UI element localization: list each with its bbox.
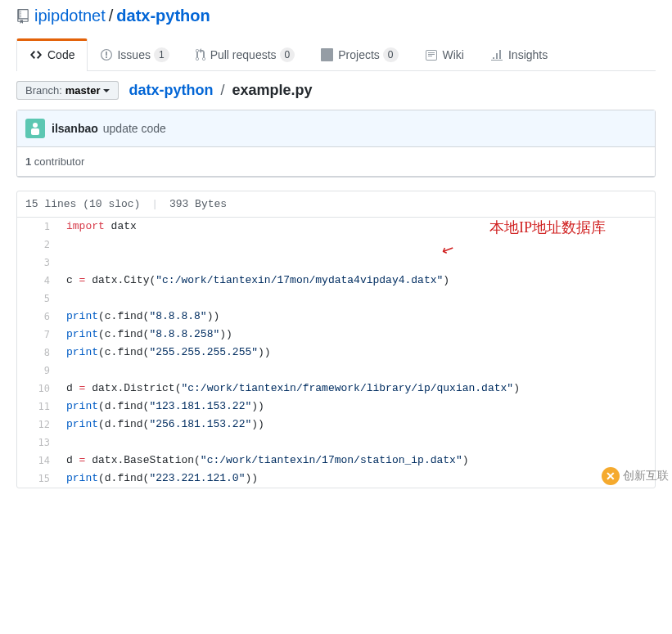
code-table: 1import datx 2 3 4c = datx.City("c:/work… bbox=[17, 218, 655, 488]
tab-projects-label: Projects bbox=[338, 48, 380, 61]
branch-label: Branch: bbox=[25, 84, 62, 97]
tab-pull-requests[interactable]: Pull requests 0 bbox=[183, 38, 309, 70]
repo-owner-link[interactable]: ipipdotnet bbox=[34, 7, 106, 25]
tab-code-label: Code bbox=[47, 48, 74, 61]
code-line bbox=[58, 236, 655, 254]
code-line: print(d.find("256.181.153.22")) bbox=[58, 416, 655, 434]
watermark: ✕ 创新互联 bbox=[602, 467, 669, 485]
issues-icon bbox=[101, 48, 112, 61]
tab-projects[interactable]: Projects 0 bbox=[308, 38, 411, 70]
commit-bar: ilsanbao update code bbox=[17, 110, 655, 147]
annotation-label: 本地IP地址数据库 bbox=[489, 218, 606, 237]
tab-wiki[interactable]: Wiki bbox=[412, 38, 477, 70]
commit-author[interactable]: ilsanbao bbox=[52, 122, 98, 135]
code-line: print(c.find("255.255.255.255")) bbox=[58, 344, 655, 362]
projects-icon bbox=[321, 48, 333, 61]
breadcrumb-root[interactable]: datx-python bbox=[129, 82, 213, 98]
tab-insights[interactable]: Insights bbox=[477, 38, 561, 70]
breadcrumb-file: example.py bbox=[232, 82, 313, 98]
code-line: print(d.find("223.221.121.0")) bbox=[58, 470, 655, 488]
branch-selector[interactable]: Branch: master bbox=[16, 81, 119, 100]
line-number[interactable]: 4 bbox=[17, 272, 58, 290]
code-line: d = datx.BaseStation("c:/work/tiantexin/… bbox=[58, 452, 655, 470]
code-line: print(c.find("8.8.8.258")) bbox=[58, 326, 655, 344]
tab-issues-label: Issues bbox=[117, 48, 150, 61]
line-number[interactable]: 8 bbox=[17, 344, 58, 362]
tab-code[interactable]: Code bbox=[16, 38, 88, 71]
code-line: c = datx.City("c:/work/tiantexin/17mon/m… bbox=[58, 272, 655, 290]
repo-name-link[interactable]: datx-python bbox=[116, 7, 210, 25]
watermark-text: 创新互联 bbox=[623, 469, 669, 483]
caret-down-icon bbox=[103, 89, 110, 96]
line-number[interactable]: 2 bbox=[17, 236, 58, 254]
repo-icon bbox=[16, 9, 29, 24]
line-number[interactable]: 5 bbox=[17, 290, 58, 308]
code-line bbox=[58, 434, 655, 452]
code-line: print(d.find("123.181.153.22")) bbox=[58, 398, 655, 416]
tab-wiki-label: Wiki bbox=[443, 48, 464, 61]
tabnav: Code Issues 1 Pull requests 0 Projects 0… bbox=[16, 38, 656, 71]
line-number[interactable]: 9 bbox=[17, 362, 58, 380]
meta-bytes: 393 Bytes bbox=[169, 198, 227, 210]
breadcrumb: datx-python / example.py bbox=[129, 82, 312, 99]
line-number[interactable]: 3 bbox=[17, 254, 58, 272]
line-number[interactable]: 11 bbox=[17, 398, 58, 416]
tab-insights-label: Insights bbox=[508, 48, 548, 61]
line-number[interactable]: 1 bbox=[17, 218, 58, 236]
code-line: d = datx.District("c:/work/tiantexin/fra… bbox=[58, 380, 655, 398]
line-number[interactable]: 12 bbox=[17, 416, 58, 434]
code-line bbox=[58, 362, 655, 380]
code-icon bbox=[29, 48, 43, 61]
code-line bbox=[58, 254, 655, 272]
meta-lines: 15 lines (10 sloc) bbox=[25, 198, 140, 210]
code-line bbox=[58, 290, 655, 308]
watermark-icon: ✕ bbox=[602, 467, 620, 485]
file-meta: 15 lines (10 sloc) | 393 Bytes bbox=[17, 191, 655, 218]
line-number[interactable]: 10 bbox=[17, 380, 58, 398]
repo-title: ipipdotnet / datx-python bbox=[16, 7, 656, 25]
line-number[interactable]: 13 bbox=[17, 434, 58, 452]
line-number[interactable]: 15 bbox=[17, 470, 58, 488]
line-number[interactable]: 14 bbox=[17, 452, 58, 470]
projects-count: 0 bbox=[383, 47, 399, 62]
insights-icon bbox=[490, 48, 503, 61]
contributors[interactable]: 1 contributor bbox=[17, 147, 655, 177]
line-number[interactable]: 7 bbox=[17, 326, 58, 344]
line-number[interactable]: 6 bbox=[17, 308, 58, 326]
branch-value: master bbox=[65, 84, 101, 97]
avatar[interactable] bbox=[25, 119, 45, 138]
code-line: print(c.find("8.8.8.8")) bbox=[58, 308, 655, 326]
tab-issues[interactable]: Issues 1 bbox=[88, 38, 182, 70]
issues-count: 1 bbox=[154, 47, 169, 62]
contrib-label: contributor bbox=[34, 155, 84, 168]
wiki-icon bbox=[425, 48, 438, 61]
tab-prs-label: Pull requests bbox=[210, 48, 277, 61]
commit-message[interactable]: update code bbox=[103, 122, 166, 135]
prs-count: 0 bbox=[280, 47, 295, 62]
pr-icon bbox=[196, 48, 205, 61]
contrib-count: 1 bbox=[25, 155, 31, 168]
breadcrumb-separator: / bbox=[220, 82, 224, 98]
repo-separator: / bbox=[109, 7, 114, 25]
